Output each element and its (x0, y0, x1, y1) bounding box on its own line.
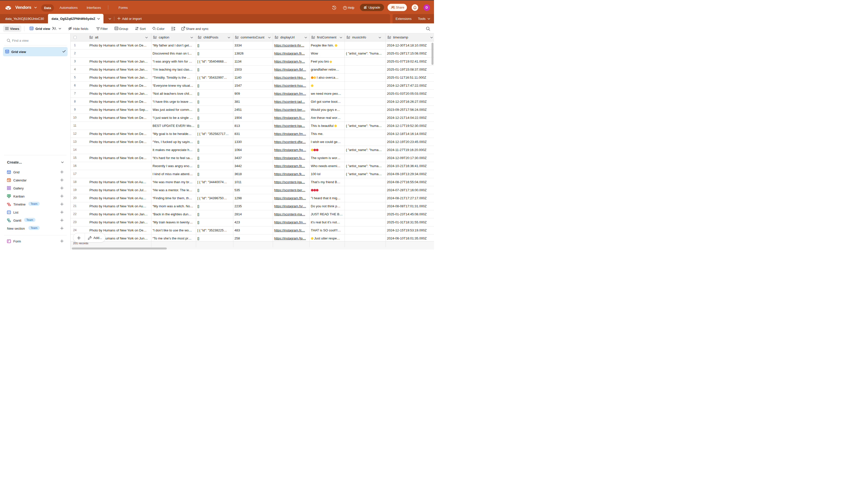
svg-text:A: A (89, 35, 91, 38)
svg-text:A: A (387, 35, 389, 38)
svg-text:A: A (275, 35, 276, 38)
svg-text:A: A (235, 35, 237, 38)
svg-text:A: A (311, 35, 313, 38)
svg-text:A: A (198, 35, 200, 38)
svg-text:31: 31 (8, 180, 10, 181)
svg-text:A: A (153, 35, 155, 38)
svg-text:A: A (347, 35, 348, 38)
